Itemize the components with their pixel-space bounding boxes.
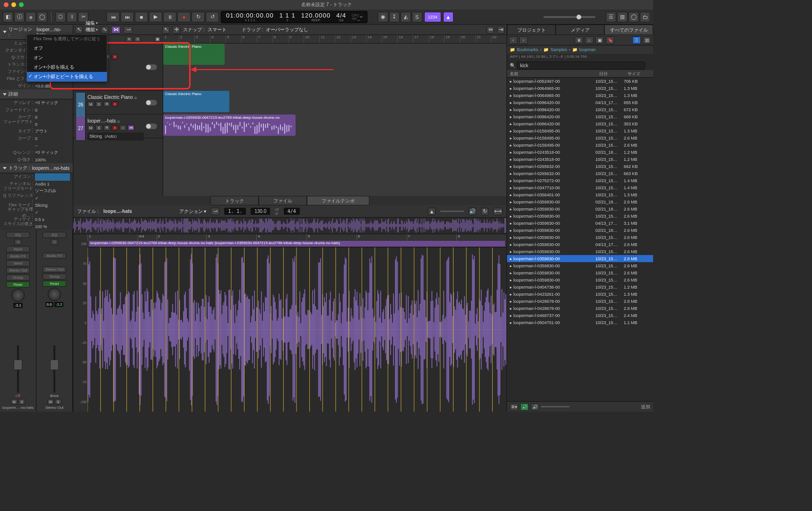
preview-play-icon[interactable]: 🔊: [520, 403, 529, 411]
file-row[interactable]: ▸ looperman-l-0359830-0002/21_18…2.6 MB: [507, 198, 653, 205]
arrange-canvas[interactable]: 12345678910111213141516171819202122 Clas…: [163, 35, 506, 196]
inspector-button[interactable]: ⓘ: [14, 12, 25, 22]
eq-slot[interactable]: EQ: [6, 232, 30, 238]
home-icon[interactable]: ⌂: [585, 36, 594, 44]
forward-button[interactable]: ⏭: [121, 12, 134, 22]
tab-media[interactable]: メディア: [556, 25, 604, 35]
inspector-row[interactable]: カーブ :0: [0, 135, 73, 142]
inspector-row[interactable]: フェードイン :0: [0, 106, 73, 114]
minimize-window[interactable]: [11, 2, 16, 7]
cycle-button[interactable]: ↻: [192, 12, 205, 22]
file-row[interactable]: ▸ looperman-l-0356401-0010/23_15…1.3 MB: [507, 191, 653, 198]
automation-icon[interactable]: ∿: [101, 26, 108, 34]
file-row[interactable]: ▸ looperman-l-0404736-0010/23_15…1.2 MB: [507, 283, 653, 291]
file-row[interactable]: ▸ looperman-l-0086420-0004/13_17…655 KB: [507, 99, 653, 106]
speaker-icon[interactable]: 🔊: [469, 208, 476, 215]
file-row[interactable]: ▸ looperman-l-0064965-0010/23_15…1.3 MB: [507, 92, 653, 99]
close-window[interactable]: [4, 2, 9, 7]
file-row[interactable]: ▸ looperman-l-0428678-0010/23_15…2.8 MB: [507, 298, 653, 305]
lcd-display[interactable]: 01:00:00:00.00 1 1 1 1 1 1 1 1 120.0000 …: [221, 11, 367, 23]
volume-slider[interactable]: [543, 16, 595, 18]
flex-icon[interactable]: ⋈: [111, 26, 121, 34]
inspector-row[interactable]: ギャップを埋め… :✓: [0, 209, 73, 216]
stop-button[interactable]: ■: [135, 12, 148, 22]
master-volume[interactable]: 1234: [424, 12, 441, 22]
file-row[interactable]: ▸ looperman-l-0158495-0010/23_15…2.6 MB: [507, 134, 653, 141]
zoom-window[interactable]: [19, 2, 24, 7]
menu-item[interactable]: オン+小節を揃える: [27, 62, 107, 72]
group-slot[interactable]: Group: [6, 274, 30, 281]
menu-item[interactable]: オフ: [27, 44, 107, 53]
inspector-row[interactable]: フェードアウト :0: [0, 121, 73, 128]
path-bar[interactable]: 📁Bookmarks› 📁Samples› 📁loopman: [507, 45, 653, 54]
play-button[interactable]: ▶: [149, 12, 162, 22]
waveform-main[interactable]: [87, 247, 506, 412]
editor-region-bar[interactable]: looperman-l-0359830-0047215-leo2789-trib…: [89, 241, 505, 247]
marquee-icon[interactable]: ✛: [173, 26, 180, 34]
record-button[interactable]: ●: [177, 12, 191, 22]
tab-file[interactable]: ファイル: [259, 196, 307, 205]
file-row[interactable]: ▸ looperman-l-0359830-0010/23_15…2.6 MB: [507, 262, 653, 269]
region[interactable]: Classic Electric Piano: [163, 44, 225, 65]
preview-volume-slider[interactable]: [541, 406, 569, 407]
inspector-row[interactable]: ゲイン :+0.0 dB: [0, 82, 73, 89]
menu-item[interactable]: オン: [27, 53, 107, 62]
add-button[interactable]: 追加: [641, 404, 650, 410]
metronome-toggle[interactable]: ▲: [443, 12, 454, 22]
waveform-overview[interactable]: [73, 218, 506, 234]
list-editors-icon[interactable]: ☰: [606, 12, 616, 22]
file-row[interactable]: ▸ looperman-l-0359830-0004/13_17…3.1 MB: [507, 220, 653, 227]
inspector-row[interactable]: Q リファレンス :✓: [0, 194, 73, 202]
rewind-button[interactable]: ⏮: [106, 12, 120, 22]
file-list[interactable]: ▸ looperman-l-0052497-0010/23_15…706 KB▸…: [507, 78, 653, 401]
file-row[interactable]: ▸ looperman-l-0359830-0010/23_15…2.6 MB: [507, 234, 653, 241]
action-menu[interactable]: アクション ▾: [179, 208, 206, 215]
drag-value[interactable]: オーバーラップなし: [266, 26, 308, 33]
speaker-icon[interactable]: 🔊: [531, 403, 539, 411]
inspector-row[interactable]: Q-レンジ :+0 ティック: [0, 149, 73, 156]
file-row[interactable]: ▸ looperman-l-0064965-0010/23_15…1.3 MB: [507, 85, 653, 92]
computer-icon[interactable]: 🖥: [575, 36, 583, 44]
file-row[interactable]: ▸ looperman-l-0347710-0010/23_15…1.4 MB: [507, 184, 653, 191]
pan-knob[interactable]: [11, 289, 25, 302]
file-row[interactable]: ▸ looperman-l-0243518-0002/21_18…1.2 MB: [507, 149, 653, 156]
file-row[interactable]: ▸ looperman-l-0086420-0010/23_15…668 KB: [507, 113, 653, 120]
mixer-icon[interactable]: ⬡: [55, 12, 66, 22]
loop-browser-icon[interactable]: ◯: [629, 12, 639, 22]
eq-icon[interactable]: ⫴: [67, 12, 77, 22]
inspector-row[interactable]: Q-強さ :100%: [0, 156, 73, 163]
editor-position[interactable]: 1. 1.: [224, 208, 246, 215]
cycle-icon[interactable]: ↻: [481, 208, 489, 215]
tab-track[interactable]: トラック: [210, 196, 259, 205]
menu-item[interactable]: オン+小節とビートを揃える: [27, 72, 107, 81]
send-slot[interactable]: Send: [6, 260, 30, 266]
inspector-row[interactable]: スライスの長さ :100 %: [0, 223, 73, 230]
inspector-row[interactable]: --: [0, 142, 73, 149]
tab-all-files[interactable]: すべてのファイル: [604, 25, 653, 35]
arrange-menu[interactable]: 機能 ▾: [86, 26, 98, 33]
forward-icon[interactable]: ›: [519, 36, 528, 44]
region[interactable]: Classic Electric Piano: [163, 91, 229, 112]
input-slot[interactable]: Input: [6, 246, 30, 252]
file-row[interactable]: ▸ looperman-l-0359830-0010/23_15…2.6 MB: [507, 276, 653, 283]
browser-columns[interactable]: 名前 日付 サイズ: [507, 70, 653, 78]
ruler[interactable]: 12345678910111213141516171819202122: [163, 35, 506, 44]
file-row[interactable]: ▸ looperman-l-0275272-0010/23_15…1.4 MB: [507, 177, 653, 184]
file-row[interactable]: ▸ looperman-l-0468737-0010/23_15…2.4 MB: [507, 312, 653, 319]
zoom-vert-icon[interactable]: ▲: [428, 208, 436, 215]
tab-project[interactable]: プロジェクト: [507, 25, 556, 35]
file-row[interactable]: ▸ looperman-l-0359830-0010/23_15…2.6 MB: [507, 248, 653, 255]
arrange-menu[interactable]: 編集 ▾: [86, 20, 98, 26]
file-row[interactable]: ▸ looperman-l-0158495-0010/23_15…2.6 MB: [507, 141, 653, 149]
browser-icon[interactable]: 🗀: [640, 12, 650, 22]
solo-icon[interactable]: S: [412, 12, 422, 22]
file-row[interactable]: ▸ looperman-l-0359830-0002/21_18…2.6 MB: [507, 205, 653, 212]
file-row[interactable]: ▸ looperman-l-0158495-0010/23_15…1.3 MB: [507, 127, 653, 134]
library-button[interactable]: ◧: [3, 12, 13, 22]
tab-file-tempo[interactable]: ファイルテンポ: [307, 196, 369, 205]
pointer-tool-icon[interactable]: ↖: [75, 26, 83, 34]
inspector-row[interactable]: タイプ :アウト: [0, 128, 73, 135]
link-icon[interactable]: ⟷: [493, 208, 503, 215]
catch-playhead-icon[interactable]: ⇥: [497, 26, 505, 34]
count-in-icon[interactable]: ↧: [389, 12, 400, 22]
